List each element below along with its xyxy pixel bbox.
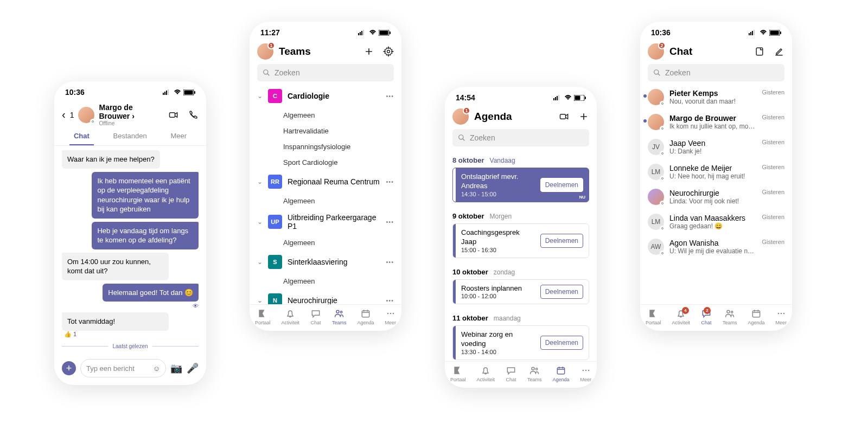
message-in[interactable]: Tot vanmiddag! bbox=[62, 312, 169, 331]
nav-agenda[interactable]: Agenda bbox=[748, 308, 764, 325]
day-date: 8 oktober bbox=[452, 156, 484, 164]
more-icon bbox=[385, 308, 396, 319]
add-event-icon[interactable] bbox=[578, 111, 589, 122]
compose-icon[interactable] bbox=[774, 46, 784, 57]
back-button[interactable]: ‹ bbox=[62, 108, 66, 121]
chat-name: Linda van Maasakkers bbox=[669, 214, 756, 222]
user-avatar[interactable]: 2 bbox=[648, 43, 664, 60]
add-team-icon[interactable] bbox=[363, 46, 374, 57]
svg-point-33 bbox=[536, 368, 538, 370]
contact-name[interactable]: Margo de Brouwer › bbox=[99, 103, 164, 120]
nav-portaal[interactable]: Portaal bbox=[646, 308, 661, 325]
join-button[interactable]: Deelnemen bbox=[540, 178, 583, 192]
nav-teams[interactable]: Teams bbox=[723, 308, 737, 325]
nav-label: Activiteit bbox=[281, 320, 299, 325]
nav-chat[interactable]: Chat bbox=[310, 308, 321, 325]
audio-call-icon[interactable] bbox=[188, 110, 199, 120]
back-badge: 1 bbox=[70, 111, 74, 119]
message-in[interactable]: Waar kan ik je mee helpen? bbox=[62, 150, 160, 169]
join-button[interactable]: Deelnemen bbox=[540, 285, 583, 299]
nav-teams[interactable]: Teams bbox=[527, 365, 542, 382]
agenda-event[interactable]: Ontslagbrief mevr. Andreas14:30 - 15:00 … bbox=[452, 168, 589, 202]
user-avatar[interactable]: 1 bbox=[257, 43, 273, 60]
nav-meer[interactable]: Meer bbox=[775, 308, 787, 325]
team-more-icon[interactable]: ••• bbox=[386, 178, 394, 185]
channel-item[interactable]: Inspanningsfysiologie bbox=[250, 139, 401, 155]
event-time: 14:30 - 15:00 bbox=[461, 191, 536, 197]
teams-header: 1 Teams bbox=[250, 43, 401, 64]
nav-portaal[interactable]: Portaal bbox=[255, 308, 271, 325]
channel-item[interactable]: Algemeen bbox=[250, 107, 401, 123]
nav-activiteit[interactable]: Activiteit bbox=[476, 365, 495, 382]
agenda-event[interactable]: Webinar zorg en voeding13:30 - 14:00 Dee… bbox=[452, 325, 589, 360]
message-out[interactable]: Ik heb momenteel een patiënt op de verpl… bbox=[92, 172, 199, 219]
chat-row[interactable]: LM Linda van Maasakkers Graag gedaan! 😄 … bbox=[640, 209, 792, 234]
team-item[interactable]: ⌄ N Neurochirurgie ••• bbox=[250, 289, 401, 304]
tab-chat[interactable]: Chat bbox=[69, 132, 94, 145]
team-more-icon[interactable]: ••• bbox=[386, 259, 394, 265]
emoji-icon[interactable]: ☺ bbox=[153, 364, 160, 373]
search-input[interactable]: Zoeken bbox=[452, 129, 589, 146]
channel-item[interactable]: Algemeen bbox=[250, 273, 401, 289]
message-reaction[interactable]: 👍 1 bbox=[62, 331, 199, 338]
camera-icon[interactable]: 📷 bbox=[170, 362, 182, 374]
channel-item[interactable]: Algemeen bbox=[250, 193, 401, 209]
settings-icon[interactable] bbox=[383, 46, 394, 57]
svg-rect-3 bbox=[168, 89, 169, 95]
nav-meer[interactable]: Meer bbox=[580, 365, 591, 382]
team-item[interactable]: ⌄ C Cardiologie ••• bbox=[250, 85, 401, 107]
user-avatar[interactable]: 1 bbox=[452, 108, 469, 125]
channel-item[interactable]: Sport Cardiologie bbox=[250, 155, 401, 170]
nav-portaal[interactable]: Portaal bbox=[450, 365, 466, 382]
channel-item[interactable]: Algemeen bbox=[250, 235, 401, 251]
presence-icon bbox=[660, 226, 665, 231]
compose-add-button[interactable]: + bbox=[62, 361, 76, 375]
nav-chat[interactable]: Chat2 bbox=[701, 308, 712, 325]
compose-input[interactable]: Typ een bericht ☺ bbox=[80, 359, 166, 377]
team-item[interactable]: ⌄ UP Uitbreiding Parkeergarage P1 ••• bbox=[250, 209, 401, 235]
nav-meer[interactable]: Meer bbox=[385, 308, 396, 325]
team-more-icon[interactable]: ••• bbox=[386, 219, 394, 225]
chat-row[interactable]: AW Agon Wanisha U: Wil je mij die evalua… bbox=[640, 234, 792, 259]
nav-activiteit[interactable]: Activiteit4 bbox=[672, 308, 690, 325]
nav-activiteit[interactable]: Activiteit bbox=[281, 308, 299, 325]
presence-icon bbox=[660, 151, 665, 156]
nav-teams[interactable]: Teams bbox=[332, 308, 347, 325]
chat-row[interactable]: Neurochirurgie Linda: Voor mij ook niet!… bbox=[640, 184, 792, 209]
teams-icon bbox=[334, 308, 344, 319]
mic-icon[interactable]: 🎤 bbox=[187, 362, 199, 374]
channel-item[interactable]: Hartrevalidatie bbox=[250, 123, 401, 139]
join-button[interactable]: Deelnemen bbox=[540, 336, 583, 350]
meet-now-icon[interactable] bbox=[559, 111, 570, 122]
team-item[interactable]: ⌄ S Sinterklaasviering ••• bbox=[250, 251, 401, 273]
contact-avatar[interactable] bbox=[78, 107, 94, 123]
nav-agenda[interactable]: Agenda bbox=[357, 308, 374, 325]
search-input[interactable]: Zoeken bbox=[648, 64, 784, 81]
video-call-icon[interactable] bbox=[168, 110, 179, 120]
filter-icon[interactable] bbox=[754, 46, 765, 57]
chat-row[interactable]: JV Jaap Veen U: Dank je! Gisteren bbox=[640, 134, 792, 159]
team-more-icon[interactable]: ••• bbox=[386, 297, 394, 304]
agenda-event[interactable]: Roosters inplannen10:00 - 12:00 Deelneme… bbox=[452, 279, 589, 305]
agenda-event[interactable]: Coachingsgesprek Jaap15:00 - 16:30 Deeln… bbox=[452, 223, 589, 258]
avatar-badge: 1 bbox=[463, 107, 470, 114]
chat-row[interactable]: LM Lonneke de Meijer U: Nee hoor, hij ma… bbox=[640, 159, 792, 184]
wifi-icon bbox=[760, 30, 767, 35]
join-button[interactable]: Deelnemen bbox=[540, 234, 583, 248]
message-out[interactable]: Helemaal goed! Tot dan 😊 bbox=[103, 284, 199, 302]
nav-agenda[interactable]: Agenda bbox=[552, 365, 569, 382]
tab-files[interactable]: Bestanden bbox=[109, 132, 151, 145]
chat-row[interactable]: Margo de Brouwer Ik kom nu jullie kant o… bbox=[640, 110, 792, 134]
search-placeholder: Zoeken bbox=[470, 133, 495, 142]
tab-more[interactable]: Meer bbox=[166, 132, 191, 145]
nav-chat[interactable]: Chat bbox=[506, 365, 516, 382]
team-more-icon[interactable]: ••• bbox=[386, 93, 394, 99]
message-in[interactable]: Om 14:00 uur zou kunnen, komt dat uit? bbox=[62, 253, 169, 280]
search-input[interactable]: Zoeken bbox=[257, 64, 394, 81]
chat-preview: Nou, vooruit dan maar! bbox=[669, 98, 756, 105]
chat-row[interactable]: Pieter Kemps Nou, vooruit dan maar! Gist… bbox=[640, 85, 792, 110]
message-out[interactable]: Heb je vandaag tijd om langs te komen op… bbox=[92, 222, 199, 249]
team-name: Sinterklaasviering bbox=[288, 258, 380, 266]
team-item[interactable]: ⌄ RR Regionaal Reuma Centrum ••• bbox=[250, 170, 401, 193]
avatar-badge: 1 bbox=[267, 42, 275, 49]
